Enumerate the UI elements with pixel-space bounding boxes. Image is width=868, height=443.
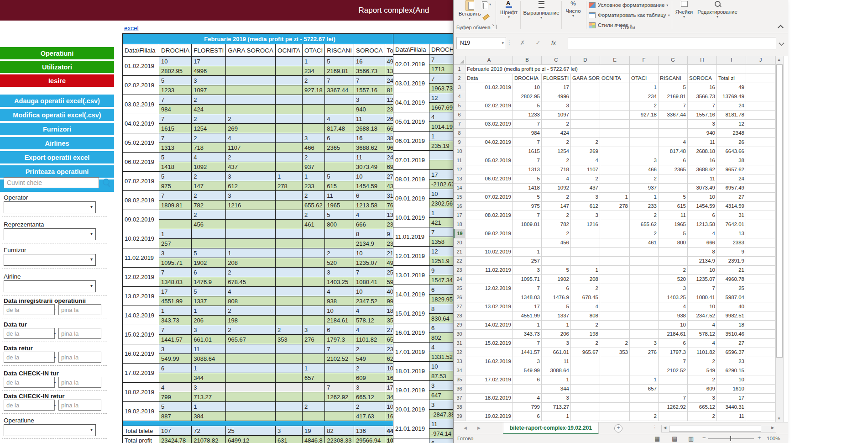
date-to-input[interactable] — [58, 328, 101, 339]
excel-cell[interactable] — [630, 284, 659, 293]
excel-cell[interactable]: 7 — [688, 284, 717, 293]
excel-row-number[interactable]: 16 — [454, 202, 465, 211]
excel-cell[interactable]: 11 — [659, 211, 688, 220]
excel-cell[interactable]: 206 — [542, 330, 571, 339]
excel-cell[interactable] — [513, 229, 542, 238]
excel-cell[interactable] — [571, 101, 600, 111]
excel-cell[interactable]: 3688.62 — [688, 165, 717, 174]
excel-cell[interactable]: Februarie 2019 (media profit pe zi - 572… — [465, 65, 600, 74]
excel-cell[interactable]: 456 — [542, 238, 571, 248]
excel-cell[interactable]: DROCHIA — [513, 74, 542, 83]
excel-cell[interactable]: 5987.04 — [717, 293, 746, 302]
excel-cell[interactable]: 2 — [542, 211, 571, 220]
excel-cell[interactable] — [465, 330, 513, 339]
excel-cell[interactable] — [630, 275, 659, 284]
excel-col-letter[interactable]: D — [571, 56, 600, 65]
excel-cell[interactable]: 4996 — [542, 92, 571, 101]
excel-cell[interactable]: 9982.51 — [717, 311, 746, 321]
excel-cell[interactable]: GARA SOR — [571, 74, 600, 83]
excel-row-number[interactable]: 22 — [454, 257, 465, 266]
excel-col-letter[interactable]: A — [465, 56, 513, 65]
excel-cell[interactable]: 278 — [600, 202, 630, 211]
excel-cell[interactable]: 2102.52 — [659, 366, 688, 375]
excel-cell[interactable]: 7642.01 — [717, 220, 746, 229]
excel-cell[interactable]: 2 — [542, 229, 571, 238]
cancel-icon[interactable]: ✗ — [517, 37, 528, 48]
excel-cell[interactable]: 3 — [542, 339, 571, 348]
excel-cell[interactable] — [465, 111, 513, 120]
excel-cell[interactable] — [746, 83, 775, 92]
excel-cell[interactable] — [571, 412, 600, 421]
excel-cell[interactable] — [630, 147, 659, 156]
excel-cell[interactable]: 549 — [688, 366, 717, 375]
excel-cell[interactable]: 661.01 — [542, 348, 571, 357]
excel-cell[interactable] — [465, 129, 513, 138]
excel-cell[interactable]: 3 — [542, 394, 571, 403]
excel-cell[interactable]: 234 — [630, 92, 659, 101]
excel-cell[interactable]: 24 — [717, 101, 746, 111]
excel-cell[interactable]: 713.27 — [542, 403, 571, 412]
excel-cell[interactable]: 15.02.2019 — [465, 339, 513, 348]
excel-cell[interactable]: 1476.9 — [542, 293, 571, 302]
excel-cell[interactable] — [746, 348, 775, 357]
excel-row-number[interactable]: 8 — [454, 129, 465, 138]
excel-cell[interactable] — [630, 302, 659, 311]
excel-cell[interactable] — [630, 257, 659, 266]
excel-cell[interactable]: 23 — [717, 357, 746, 366]
excel-row-number[interactable]: 20 — [454, 238, 465, 248]
excel-cell[interactable]: 1092 — [542, 184, 571, 193]
excel-cell[interactable]: RISCANI — [659, 74, 688, 83]
styles-item-button[interactable]: Форматировать как таблицу▾ — [589, 10, 671, 20]
excel-cell[interactable] — [630, 65, 659, 74]
action-button[interactable]: Export operatii excel — [0, 151, 114, 163]
excel-cell[interactable] — [600, 266, 630, 275]
excel-cell[interactable]: 8 — [688, 248, 717, 257]
excel-cell[interactable]: 2 — [542, 193, 571, 202]
excel-cell[interactable]: 7 — [659, 394, 688, 403]
excel-cell[interactable]: 7 — [659, 357, 688, 366]
excel-cell[interactable]: 1 — [542, 412, 571, 421]
excel-cell[interactable] — [746, 394, 775, 403]
action-button[interactable]: Printeaza operatiuni — [0, 165, 114, 178]
airline-select[interactable]: ▾ — [4, 280, 96, 292]
excel-export-link[interactable]: excel — [124, 25, 139, 32]
excel-cell[interactable]: 782 — [542, 220, 571, 229]
excel-cell[interactable] — [659, 120, 688, 129]
excel-cell[interactable]: 1348.03 — [513, 293, 542, 302]
date-from-input[interactable] — [4, 304, 55, 315]
excel-row-number[interactable]: 24 — [454, 275, 465, 284]
excel-cell[interactable]: 4551.99 — [513, 311, 542, 321]
excel-cell[interactable]: 2 — [659, 266, 688, 275]
excel-cell[interactable]: 1107 — [571, 165, 600, 174]
excel-cell[interactable] — [600, 321, 630, 330]
excel-cell[interactable] — [571, 111, 600, 120]
excel-cell[interactable] — [746, 330, 775, 339]
excel-cell[interactable]: 11 — [688, 138, 717, 147]
excel-cell[interactable] — [600, 184, 630, 193]
excel-row-number[interactable]: 7 — [454, 120, 465, 129]
excel-cell[interactable]: 2 — [571, 321, 600, 330]
excel-cell[interactable] — [600, 211, 630, 220]
excel-cell[interactable]: 7 — [513, 156, 542, 165]
excel-cell[interactable] — [659, 412, 688, 421]
excel-cell[interactable]: 2383 — [717, 238, 746, 248]
excel-cell[interactable] — [746, 111, 775, 120]
excel-row-number[interactable]: 35 — [454, 375, 465, 385]
furnizor-select[interactable]: ▾ — [4, 254, 96, 266]
excel-cell[interactable]: 10.02.2019 — [465, 248, 513, 257]
excel-cell[interactable]: 938 — [659, 311, 688, 321]
excel-col-letter[interactable]: I — [717, 56, 746, 65]
excel-cell[interactable] — [571, 248, 600, 257]
excel-row-number[interactable]: 11 — [454, 156, 465, 165]
excel-cell[interactable]: 9 — [717, 248, 746, 257]
sheet-tab[interactable]: bilete-raport-complex-19.02.201 — [503, 422, 599, 434]
excel-cell[interactable] — [571, 120, 600, 129]
horizontal-scroll-thumb[interactable] — [669, 426, 761, 432]
excel-cell[interactable]: 1313 — [513, 165, 542, 174]
zoom-slider[interactable] — [708, 438, 754, 439]
scroll-down-icon[interactable]: ▼ — [776, 415, 782, 422]
excel-row-number[interactable]: 25 — [454, 284, 465, 293]
excel-cell[interactable] — [600, 330, 630, 339]
excel-row-number[interactable]: 15 — [454, 193, 465, 202]
excel-cell[interactable] — [746, 339, 775, 348]
